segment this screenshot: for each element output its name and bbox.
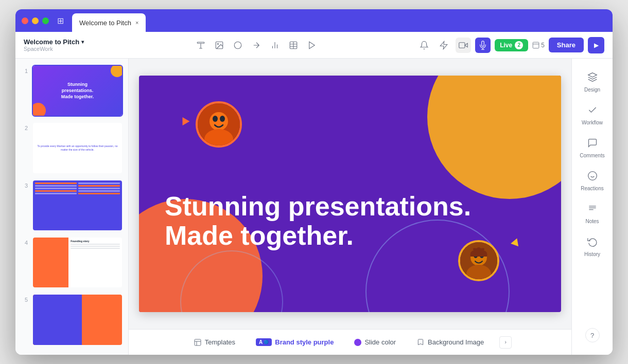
svg-rect-18 xyxy=(533,42,539,48)
minimize-button[interactable] xyxy=(32,17,39,24)
app-window: ⊞ Welcome to Pitch × Welcome to Pitch ▾ … xyxy=(15,9,613,355)
toolbar: Welcome to Pitch ▾ SpaceWork xyxy=(15,32,613,59)
mic-icon[interactable] xyxy=(475,38,491,53)
play-button[interactable]: ▶ xyxy=(588,37,604,53)
reactions-panel-button[interactable]: Reactions xyxy=(575,166,610,196)
help-button[interactable]: ? xyxy=(585,328,600,342)
notes-panel-button[interactable]: Notes xyxy=(575,198,610,229)
slide-preview-2[interactable]: To provide every Martian with an opportu… xyxy=(32,122,123,174)
avatar-1 xyxy=(196,101,242,148)
slide-thumb-2[interactable]: 2 To provide every Martian with an oppor… xyxy=(21,122,123,174)
workflow-panel-button[interactable]: Workflow xyxy=(575,100,610,131)
slide-thumb-1[interactable]: 1 Stunningpresentations.Made together. xyxy=(21,65,123,117)
bottom-bar: Templates A 🔵 Brand style purple Slide c… xyxy=(129,329,571,355)
title-chevron-icon[interactable]: ▾ xyxy=(81,39,84,45)
chart-insert-icon[interactable] xyxy=(270,41,280,50)
workspace-name: SpaceWork xyxy=(24,46,96,52)
presentation-title[interactable]: Welcome to Pitch ▾ xyxy=(24,38,96,46)
toolbar-center xyxy=(100,41,412,50)
notes-label: Notes xyxy=(585,219,599,224)
cursor-arrow-1 xyxy=(179,115,190,125)
workflow-label: Workflow xyxy=(582,120,603,125)
share-button[interactable]: Share xyxy=(549,38,584,52)
slide-preview-5[interactable] xyxy=(32,294,123,345)
svg-rect-30 xyxy=(195,339,201,345)
slides-panel: 1 Stunningpresentations.Made together. 2 xyxy=(15,59,129,355)
bell-icon[interactable] xyxy=(416,38,432,53)
svg-point-23 xyxy=(213,116,218,122)
main-area: 1 Stunningpresentations.Made together. 2 xyxy=(15,59,613,355)
tab-close-icon[interactable]: × xyxy=(135,20,138,26)
tab-welcome-pitch[interactable]: Welcome to Pitch × xyxy=(72,13,146,32)
arrow-insert-icon[interactable] xyxy=(252,41,261,50)
history-label: History xyxy=(584,251,600,257)
tab-title: Welcome to Pitch xyxy=(79,19,131,27)
svg-rect-0 xyxy=(197,42,204,43)
slide-canvas[interactable]: Stunning presentations. Made together. xyxy=(139,76,561,312)
gold-circle-decor xyxy=(427,76,561,199)
slide-preview-1[interactable]: Stunningpresentations.Made together. xyxy=(32,65,123,117)
right-panel: Design Workflow Comments Reactions xyxy=(571,59,613,355)
close-button[interactable] xyxy=(22,17,28,24)
camera-icon[interactable] xyxy=(456,38,471,53)
slide-preview-3[interactable] xyxy=(32,179,123,231)
slide-thumb-5[interactable]: 5 xyxy=(21,294,123,345)
slide2-preview-text: To provide every Martian with an opportu… xyxy=(35,144,120,152)
design-icon xyxy=(587,72,598,85)
history-icon xyxy=(587,236,598,249)
slide-thumb-4[interactable]: 4 Founding story xyxy=(21,236,123,288)
reactions-icon xyxy=(587,171,598,184)
brand-style-button[interactable]: A 🔵 Brand style purple xyxy=(251,335,339,349)
svg-point-33 xyxy=(588,172,597,180)
slide1-preview-text: Stunningpresentations.Made together. xyxy=(61,82,94,100)
slide-number-5: 5 xyxy=(21,297,28,303)
image-insert-icon[interactable] xyxy=(215,41,224,50)
grid-icon: ⊞ xyxy=(57,16,64,26)
avatar-2 xyxy=(458,240,499,281)
design-label: Design xyxy=(584,87,600,93)
slide-thumb-3[interactable]: 3 xyxy=(21,179,123,231)
comments-panel-button[interactable]: Comments xyxy=(575,133,610,163)
svg-marker-13 xyxy=(309,42,315,49)
text-insert-icon[interactable] xyxy=(196,41,205,50)
slide-color-button[interactable]: Slide color xyxy=(349,335,401,349)
slide-number-2: 2 xyxy=(21,125,28,131)
brand-badge: A 🔵 xyxy=(256,338,272,346)
slide-preview-4[interactable]: Founding story xyxy=(32,236,123,288)
background-image-button[interactable]: Background Image xyxy=(411,335,489,350)
brand-style-label: Brand style purple xyxy=(275,338,334,346)
headline-line1: Stunning presentations. xyxy=(165,192,535,221)
svg-point-21 xyxy=(210,112,228,131)
shape-insert-icon[interactable] xyxy=(233,41,242,50)
maximize-button[interactable] xyxy=(42,17,49,24)
play-icon: ▶ xyxy=(594,42,599,49)
slide-number-3: 3 xyxy=(21,183,28,189)
live-label: Live xyxy=(500,42,512,49)
svg-marker-14 xyxy=(440,41,447,49)
lightning-icon[interactable] xyxy=(436,38,451,53)
slide-number-4: 4 xyxy=(21,240,28,246)
history-panel-button[interactable]: History xyxy=(575,231,610,262)
svg-rect-15 xyxy=(459,42,465,48)
add-slide-button[interactable]: + Add slide xyxy=(21,353,123,355)
templates-button[interactable]: Templates xyxy=(188,335,240,350)
live-badge[interactable]: Live 2 xyxy=(495,39,528,51)
svg-point-5 xyxy=(234,42,241,49)
media-insert-icon[interactable] xyxy=(307,41,317,50)
canvas-wrapper: Stunning presentations. Made together. xyxy=(129,59,571,329)
notes-icon xyxy=(587,204,598,216)
slides-count: 5 xyxy=(532,42,545,49)
slide4-preview-text: Founding story xyxy=(71,240,120,243)
background-image-label: Background Image xyxy=(428,338,484,346)
design-panel-button[interactable]: Design xyxy=(575,67,610,98)
bottom-bar-more-button[interactable]: › xyxy=(499,336,512,349)
window-controls xyxy=(22,17,49,24)
canvas-area: Stunning presentations. Made together. T… xyxy=(129,59,571,355)
slides-count-num: 5 xyxy=(541,42,545,49)
svg-point-4 xyxy=(217,43,218,44)
table-insert-icon[interactable] xyxy=(289,41,298,50)
title-bar-content: ⊞ Welcome to Pitch × xyxy=(57,9,146,32)
live-count: 2 xyxy=(515,41,523,49)
comments-icon xyxy=(587,138,598,151)
slide-color-label: Slide color xyxy=(364,338,396,346)
